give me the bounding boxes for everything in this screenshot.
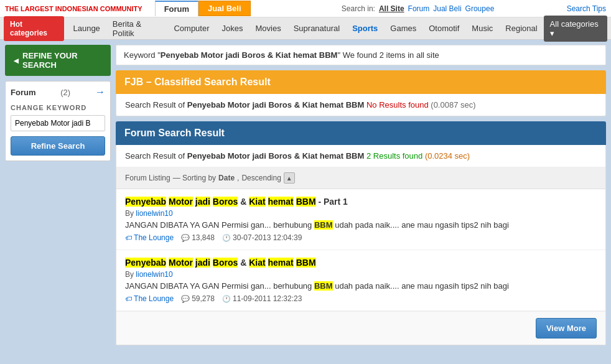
forum-listing-label: Forum Listing [125,174,170,182]
site-logo: THE LARGEST INDONESIAN COMMUNITY [5,5,142,12]
fjb-result-prefix: Search Result of [125,100,185,110]
post-excerpt-2: JANGAN DIBATA YA GAN Permisi gan... berh… [125,281,597,291]
fjb-title: FJB – Classified Search Result [124,77,597,88]
refine-your-search-header: REFINE YOUR SEARCH [5,45,111,76]
content-area: Keyword "Penyebab Motor jadi Boros & Kia… [116,45,606,350]
keyword-text: Penyebab Motor jadi Boros & Kiat hemat B… [161,50,338,60]
nav-launge[interactable]: Launge [67,20,106,37]
post-author-link-2[interactable]: lionelwin10 [136,270,172,279]
fjb-header: FJB – Classified Search Result [116,70,606,94]
post-meta-2: The Lounge 59,278 11-09-2011 12:32:23 [125,294,597,303]
post-title2-word-6: Kiat [249,258,265,268]
post-title-1[interactable]: Penyebab Motor jadi Boros & Kiat hemat B… [125,197,597,207]
search-forum[interactable]: Forum [408,4,430,13]
post-title2-word-5: & [240,258,246,268]
search-options-bar: Search in: All Site Forum Jual Beli Grou… [342,4,494,13]
post-title-word-3: jadi [195,197,210,207]
post-title2-word-4: Boros [213,258,238,268]
forum-post-item-2: Penyebab Motor jadi Boros & Kiat hemat B… [116,250,605,311]
post-title2-word-3: jadi [195,258,210,268]
keyword-suffix: " We found 2 items in all site [337,50,439,60]
forum-result-keyword: Penyebab Motor jadi Boros & Kiat hemat B… [187,151,365,161]
post-meta-1: The Lounge 13,848 30-07-2013 12:04:39 [125,233,597,242]
all-categories-btn[interactable]: All categories ▾ [544,16,607,42]
top-bar: THE LARGEST INDONESIAN COMMUNITY Forum J… [0,0,611,17]
post-title-word-1: Penyebab [125,197,166,207]
forum-time: (0.0234 sec) [425,151,470,161]
view-more-bar: View More [116,311,605,345]
post-title-word-5: & [240,197,246,207]
forum-sort-dash: — Sorting by [173,174,216,182]
post-excerpt-1: JANGAN DIBATA YA GAN Permisi gan... berh… [125,220,597,230]
forum-section: Forum Search Result Search Result of Pen… [116,121,606,345]
post-date-1: 30-07-2013 12:04:39 [222,233,302,242]
fjb-section: FJB – Classified Search Result Search Re… [116,70,606,116]
nav-jokes[interactable]: Jokes [216,20,250,37]
fjb-time: (0.0087 sec) [431,100,475,110]
nav-computer[interactable]: Computer [167,20,215,37]
search-tips-link[interactable]: Search Tips [567,4,606,13]
sidebar-forum-header: Forum (2) → [11,86,105,98]
forum-sort-order: Descending [241,174,281,182]
top-tabs: Forum Jual Beli [155,1,251,16]
post-title-word-8: BBM [296,197,316,207]
post-title-word-4: Boros [213,197,238,207]
sidebar-forum-count: (2) [60,88,70,97]
search-all-site[interactable]: All Site [379,4,404,13]
post-author-link-1[interactable]: lionelwin10 [136,209,172,218]
hot-categories-btn[interactable]: Hot categories [4,16,64,41]
post-title-word-2: Motor [169,197,193,207]
sidebar: REFINE YOUR SEARCH Forum (2) → CHANGE KE… [5,45,111,350]
forum-listing-bar: Forum Listing — Sorting by Date , Descen… [116,167,605,189]
post-tag-1[interactable]: The Lounge [125,233,174,242]
forum-header: Forum Search Result [116,121,606,145]
nav-games[interactable]: Games [384,20,422,37]
post-comments-2: 59,278 [181,294,215,303]
nav-berita[interactable]: Berita & Politik [106,16,168,42]
search-in-label: Search in: [342,4,375,13]
nav-supranatural[interactable]: Supranatural [287,20,346,37]
change-keyword-label: CHANGE KEYWORD [11,104,105,111]
nav-regional[interactable]: Regional [499,20,543,37]
sidebar-forum-label: Forum [11,88,35,97]
post-title2-word-8: BBM [296,258,316,268]
post-author-1: By lionelwin10 [125,209,597,218]
post-title-2[interactable]: Penyebab Motor jadi Boros & Kiat hemat B… [125,258,597,268]
post-comments-1: 13,848 [181,233,215,242]
post-excerpt-highlight-2: BBM [314,281,333,291]
post-title-word-7: hemat [268,197,294,207]
forum-result-info: Search Result of Penyebab Motor jadi Bor… [116,145,605,167]
nav-music[interactable]: Music [465,20,499,37]
forum-title: Forum Search Result [124,128,597,139]
post-tag-2[interactable]: The Lounge [125,294,174,303]
keyword-prefix: Keyword " [124,50,161,60]
forum-result-prefix: Search Result of [125,151,185,161]
search-jual-beli[interactable]: Jual Beli [433,4,461,13]
post-title2-word-7: hemat [268,258,294,268]
tab-forum[interactable]: Forum [155,1,198,16]
keyword-bar: Keyword "Penyebab Motor jadi Boros & Kia… [116,45,606,65]
post-title-word-9: - Part 1 [318,197,347,207]
post-excerpt-highlight-1: BBM [314,220,333,230]
post-date-2: 11-09-2011 12:32:23 [222,294,302,303]
nav-movies[interactable]: Movies [249,20,287,37]
nav-sports[interactable]: Sports [346,20,384,37]
nav-otomotif[interactable]: Otomotif [422,20,465,37]
refine-search-button[interactable]: Refine Search [11,136,105,156]
keyword-input[interactable] [11,115,105,131]
forum-sort-comma: , [237,174,239,182]
sidebar-forum-section: Forum (2) → CHANGE KEYWORD Refine Search [5,81,111,161]
post-author-2: By lionelwin10 [125,270,597,279]
sidebar-forum-arrow[interactable]: → [95,86,105,98]
tab-jual-beli[interactable]: Jual Beli [198,1,250,16]
forum-post-item-1: Penyebab Motor jadi Boros & Kiat hemat B… [116,189,605,250]
search-groupee[interactable]: Groupee [465,4,495,13]
post-title2-word-2: Motor [169,258,193,268]
fjb-result-keyword: Penyebab Motor jadi Boros & Kiat hemat B… [187,100,365,110]
view-more-button[interactable]: View More [536,318,597,338]
sort-icon[interactable]: ▲ [284,172,295,184]
post-title2-word-1: Penyebab [125,258,166,268]
fjb-body: Search Result of Penyebab Motor jadi Bor… [116,94,606,116]
main-layout: REFINE YOUR SEARCH Forum (2) → CHANGE KE… [0,40,611,355]
forum-body: Search Result of Penyebab Motor jadi Bor… [116,145,606,345]
